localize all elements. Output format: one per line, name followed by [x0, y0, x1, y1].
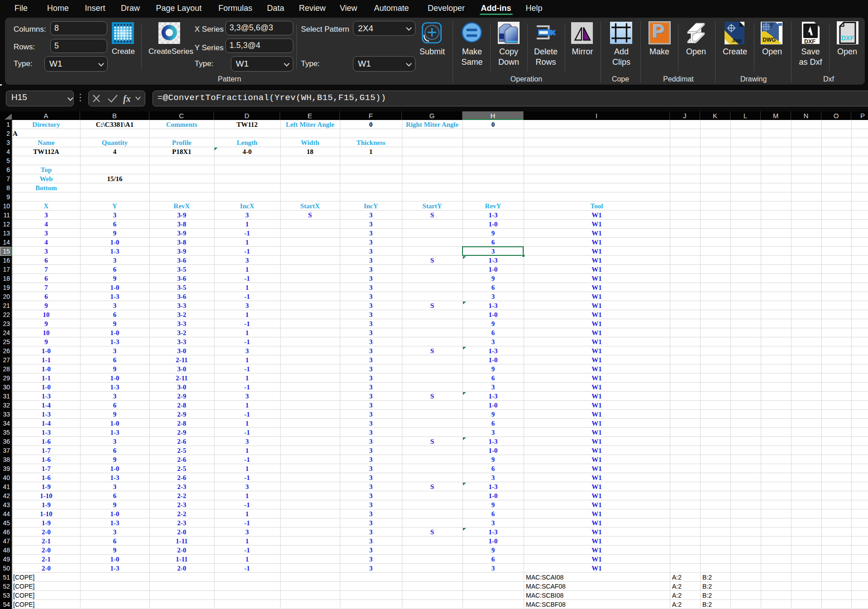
- svg-text:fx: fx: [123, 94, 131, 104]
- svg-text:.dwg: .dwg: [731, 38, 742, 43]
- svg-text:DXF: DXF: [804, 38, 816, 44]
- svg-text:DWG: DWG: [763, 37, 776, 43]
- svg-text:DXF: DXF: [841, 34, 854, 42]
